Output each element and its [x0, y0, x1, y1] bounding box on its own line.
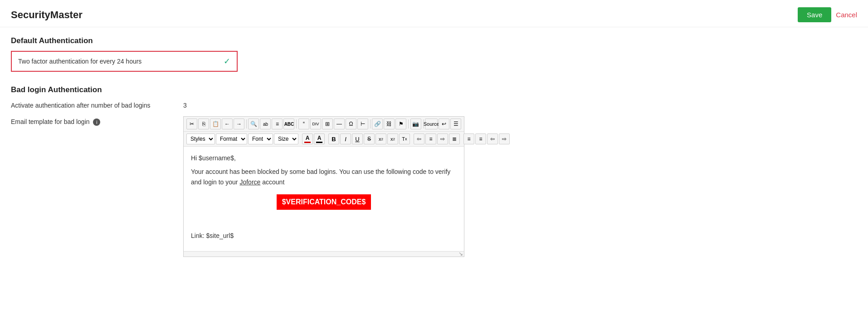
format-select[interactable]: Format: [216, 133, 247, 144]
cut-button[interactable]: ✂: [186, 119, 197, 129]
ol-button[interactable]: ≡: [475, 133, 486, 144]
bg-color-button[interactable]: A: [314, 133, 325, 144]
align-justify-button[interactable]: ≡: [272, 119, 283, 129]
copy-button[interactable]: ⎘: [198, 119, 209, 129]
two-factor-checkbox[interactable]: ✓: [224, 56, 230, 66]
activate-label: Activate authentication after number of …: [11, 100, 174, 109]
spellcheck-button[interactable]: ABC: [283, 119, 294, 129]
indent-button[interactable]: ⊢: [357, 119, 368, 129]
default-auth-title: Default Authentication: [11, 36, 857, 45]
subscript-button[interactable]: x2: [375, 133, 386, 144]
align-center-button[interactable]: ≡: [425, 133, 436, 144]
source-button[interactable]: Source: [425, 119, 438, 129]
italic-button[interactable]: I: [340, 133, 351, 144]
verification-line: $VERIFICATION_CODE$: [191, 191, 457, 213]
page-header: SecurityMaster Save Cancel: [0, 0, 868, 27]
email-editor[interactable]: ✂ ⎘ 📋 ← → 🔍 ab ≡ ABC “ DIV ⊞: [183, 116, 464, 257]
size-select[interactable]: Size: [274, 133, 298, 144]
link-button[interactable]: 🔗: [372, 119, 383, 129]
two-factor-label: Two factor authentication for every 24 h…: [18, 58, 141, 65]
editor-toolbar-row1: ✂ ⎘ 📋 ← → 🔍 ab ≡ ABC “ DIV ⊞: [184, 117, 464, 132]
default-auth-box: Two factor authentication for every 24 h…: [11, 51, 238, 72]
strikethrough-button[interactable]: S: [364, 133, 375, 144]
indent2-button[interactable]: ⇨: [499, 133, 510, 144]
div-button[interactable]: DIV: [310, 119, 321, 129]
link-line: Link: $site_url$: [191, 231, 457, 241]
unlink-button[interactable]: ⛓: [384, 119, 395, 129]
underline-button[interactable]: U: [352, 133, 363, 144]
cancel-button[interactable]: Cancel: [836, 11, 857, 19]
clear-format-button[interactable]: Tx: [399, 133, 410, 144]
save-button[interactable]: Save: [798, 7, 831, 22]
paste-button[interactable]: 📋: [210, 119, 221, 129]
align-right-button[interactable]: ⇨: [437, 133, 448, 144]
joforce-link[interactable]: Joforce: [239, 178, 260, 186]
activate-value: 3: [183, 100, 187, 109]
app-title: SecurityMaster: [11, 9, 83, 21]
activate-field-row: Activate authentication after number of …: [11, 100, 857, 109]
spacer-line: [191, 217, 457, 227]
special-chars-button[interactable]: Ω: [346, 119, 356, 129]
outdent-button[interactable]: ⇦: [487, 133, 498, 144]
font-select[interactable]: Font: [248, 133, 273, 144]
greeting-line: Hi $username$,: [191, 153, 457, 163]
r1-button[interactable]: ↩: [439, 119, 449, 129]
bad-login-title: Bad login Authentication: [11, 85, 857, 94]
editor-body[interactable]: Hi $username$, Your account has been blo…: [184, 147, 464, 251]
info-icon[interactable]: i: [93, 119, 100, 126]
align-left-button[interactable]: ⇦: [414, 133, 424, 144]
editor-toolbar-row2: Styles Format Font Size A: [184, 132, 464, 147]
superscript-button[interactable]: x2: [387, 133, 398, 144]
find-button[interactable]: 🔍: [248, 119, 259, 129]
main-content: Default Authentication Two factor authen…: [0, 27, 868, 273]
image-button[interactable]: 📷: [410, 119, 421, 129]
quote-button[interactable]: “: [298, 119, 309, 129]
styles-select[interactable]: Styles: [186, 133, 215, 144]
email-template-label: Email template for bad login i: [11, 116, 174, 126]
hr-button[interactable]: —: [334, 119, 345, 129]
anchor-button[interactable]: ⚑: [395, 119, 406, 129]
header-actions: Save Cancel: [798, 7, 857, 22]
undo-button[interactable]: ←: [222, 119, 233, 129]
editor-resize-handle[interactable]: ↘: [184, 251, 464, 257]
align-full-button[interactable]: ≣: [449, 133, 460, 144]
font-color-button[interactable]: A: [302, 133, 313, 144]
ul-button[interactable]: ≡: [463, 133, 474, 144]
table-button[interactable]: ⊞: [322, 119, 333, 129]
redo-button[interactable]: →: [234, 119, 244, 129]
replace-button[interactable]: ab: [260, 119, 271, 129]
bold-button[interactable]: B: [328, 133, 339, 144]
resize-icon: ↘: [458, 251, 463, 257]
email-template-field-row: Email template for bad login i ✂ ⎘ 📋 ← →…: [11, 116, 857, 257]
r2-button[interactable]: ☰: [450, 119, 461, 129]
verification-code: $VERIFICATION_CODE$: [277, 194, 371, 210]
body-line2: Your account has been blocked by some ba…: [191, 167, 457, 187]
bad-login-section: Bad login Authentication Activate authen…: [11, 85, 857, 257]
